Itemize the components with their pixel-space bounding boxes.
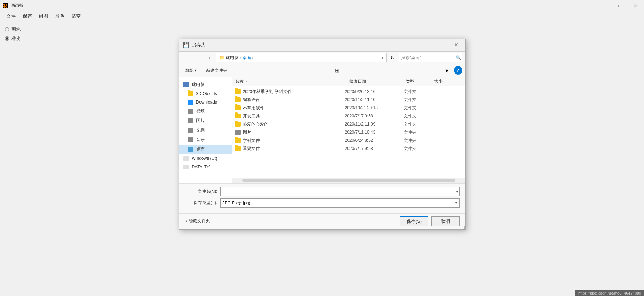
new-folder-label: 新建文件夹 xyxy=(206,68,227,74)
drive-c-icon xyxy=(183,156,189,161)
computer-icon xyxy=(183,82,189,87)
nav-item-3dobjects[interactable]: 3D Objects xyxy=(179,89,232,98)
nav-item-downloads-label: Downloads xyxy=(196,100,217,105)
dialog-body: 此电脑 3D Objects Downloads 视频 图片 xyxy=(179,77,465,183)
file-name-4: 热爱的心爱的 xyxy=(243,121,343,127)
filetype-value: JPG File(*.jpg) xyxy=(223,201,250,205)
nav-item-downloads[interactable]: Downloads xyxy=(179,98,232,106)
file-item-7[interactable]: 重要文件 2020/7/17 9:58 文件夹 xyxy=(232,145,465,153)
search-input[interactable] xyxy=(401,55,454,60)
sort-col-size[interactable]: 大小 xyxy=(434,79,462,85)
organize-button[interactable]: 组织 ▾ xyxy=(182,66,200,75)
search-icon: 🔍 xyxy=(456,55,461,60)
file-item-5[interactable]: 图片 2020/7/11 10:43 文件夹 xyxy=(232,128,465,137)
file-date-7: 2020/7/17 9:58 xyxy=(345,146,401,151)
file-date-0: 2020/9/26 13:16 xyxy=(345,89,401,94)
cancel-button[interactable]: 取消 xyxy=(431,216,460,226)
file-item-3[interactable]: 开发工具 2020/7/17 9:58 文件夹 xyxy=(232,112,465,120)
path-segment-computer[interactable]: 此电脑 xyxy=(226,55,239,61)
file-name-2: 不常用软件 xyxy=(243,105,343,111)
save-label: 保存(S) xyxy=(406,218,422,225)
filetype-dropdown[interactable]: JPG File(*.jpg) ▾ xyxy=(220,198,460,208)
file-item-0[interactable]: 2020年秋季学期-学科文件 2020/9/26 13:16 文件夹 xyxy=(232,88,465,96)
filename-dropdown-arrow[interactable]: ▾ xyxy=(456,190,458,193)
nav-item-computer-label: 此电脑 xyxy=(192,82,205,88)
nav-item-desktop-label: 桌面 xyxy=(196,146,205,152)
nav-item-drive-d[interactable]: DATA (D:) xyxy=(179,163,232,171)
music-icon xyxy=(188,137,193,142)
filename-input[interactable] xyxy=(220,187,460,196)
path-bar: 📁 此电脑 › 桌面 › ▾ xyxy=(216,53,387,62)
resize-handle[interactable] xyxy=(461,225,465,229)
filetype-label: 保存类型(T): xyxy=(185,200,220,206)
path-icon: 📁 xyxy=(219,55,224,60)
sort-col-date[interactable]: 修改日期 xyxy=(349,79,406,85)
dialog-footer: 文件名(N): ▾ 保存类型(T): JPG File(*.jpg) ▾ xyxy=(179,183,465,213)
path-dropdown-arrow[interactable]: ▾ xyxy=(382,56,383,60)
nav-forward-button[interactable]: → xyxy=(193,53,203,62)
filename-label: 文件名(N): xyxy=(185,188,220,195)
nav-item-documents[interactable]: 文档 xyxy=(179,126,232,135)
desktop-icon xyxy=(188,147,193,152)
path-arrow-1: › xyxy=(240,56,241,60)
view-dropdown-button[interactable]: ▾ xyxy=(444,66,450,75)
new-folder-button[interactable]: 新建文件夹 xyxy=(203,66,230,75)
folder-3d-icon xyxy=(188,91,193,96)
organize-label: 组织 ▾ xyxy=(185,68,197,74)
nav-item-pictures-label: 图片 xyxy=(196,118,205,124)
nav-item-drive-c[interactable]: Windows (C:) xyxy=(179,154,232,163)
folder-icon xyxy=(235,105,241,110)
file-item-1[interactable]: 编程语言 2020/11/2 11:10 文件夹 xyxy=(232,96,465,104)
nav-up-button[interactable]: ↑ xyxy=(205,53,215,62)
dialog-close-button[interactable]: ✕ xyxy=(451,41,462,49)
file-name-6: 学科文件 xyxy=(243,138,343,144)
nav-item-3dobjects-label: 3D Objects xyxy=(196,91,217,96)
dialog-toolbar: 组织 ▾ 新建文件夹 ⊞ ▾ ? xyxy=(179,64,465,77)
file-type-6: 文件夹 xyxy=(404,138,432,144)
image-folder-icon xyxy=(235,130,241,135)
folder-icon xyxy=(235,89,241,94)
file-type-1: 文件夹 xyxy=(404,97,432,103)
folder-icon xyxy=(235,146,241,151)
file-date-4: 2020/11/2 11:09 xyxy=(345,122,401,127)
search-box: 🔍 xyxy=(399,53,462,62)
path-segment-desktop[interactable]: 桌面 xyxy=(243,55,251,61)
file-item-2[interactable]: 不常用软件 2020/10/21 20:18 文件夹 xyxy=(232,104,465,112)
file-name-3: 开发工具 xyxy=(243,113,343,119)
dialog-title: 另存为 xyxy=(192,42,451,48)
file-date-3: 2020/7/17 9:58 xyxy=(345,114,401,118)
file-type-5: 文件夹 xyxy=(404,129,432,135)
folder-icon xyxy=(235,138,241,143)
folder-icon xyxy=(235,114,241,118)
toggle-hidden-button[interactable]: ∧ 隐藏文件夹 xyxy=(185,218,210,224)
save-button[interactable]: 保存(S) xyxy=(400,216,428,226)
file-panel: 名称 ∧ 修改日期 类型 大小 xyxy=(232,77,465,183)
nav-back-button[interactable]: ← xyxy=(182,53,192,62)
nav-item-desktop[interactable]: 桌面 xyxy=(179,145,232,154)
sort-size-label: 大小 xyxy=(434,79,443,84)
file-item-4[interactable]: 热爱的心爱的 2020/11/2 11:09 文件夹 xyxy=(232,120,465,128)
file-date-6: 2020/6/24 8:52 xyxy=(345,138,401,143)
help-button[interactable]: ? xyxy=(454,66,462,75)
nav-item-computer[interactable]: 此电脑 xyxy=(179,80,232,89)
toggle-arrow-icon: ∧ xyxy=(185,219,187,223)
sort-col-type[interactable]: 类型 xyxy=(406,79,434,85)
refresh-button[interactable]: ↻ xyxy=(388,53,397,62)
file-item-6[interactable]: 学科文件 2020/6/24 8:52 文件夹 xyxy=(232,137,465,145)
nav-item-drive-c-label: Windows (C:) xyxy=(192,156,217,161)
file-type-2: 文件夹 xyxy=(404,105,432,111)
path-arrow-2: › xyxy=(252,56,253,60)
nav-item-video[interactable]: 视频 xyxy=(179,106,232,116)
sort-col-name[interactable]: 名称 ∧ xyxy=(235,79,349,85)
documents-icon xyxy=(188,128,193,133)
horizontal-scrollbar[interactable] xyxy=(232,178,465,183)
file-name-5: 图片 xyxy=(243,129,343,135)
nav-item-music[interactable]: 音乐 xyxy=(179,135,232,145)
pictures-icon xyxy=(188,118,193,123)
scrollbar-track[interactable] xyxy=(242,179,455,182)
nav-item-pictures[interactable]: 图片 xyxy=(179,116,232,126)
view-options-button[interactable]: ⊞ xyxy=(332,66,342,75)
file-name-0: 2020年秋季学期-学科文件 xyxy=(243,89,343,95)
file-date-1: 2020/11/2 11:10 xyxy=(345,97,401,102)
file-dialog: 💾 另存为 ✕ ← → ↑ 📁 此电脑 › 桌面 › ▾ ↻ 🔍 xyxy=(179,39,466,230)
